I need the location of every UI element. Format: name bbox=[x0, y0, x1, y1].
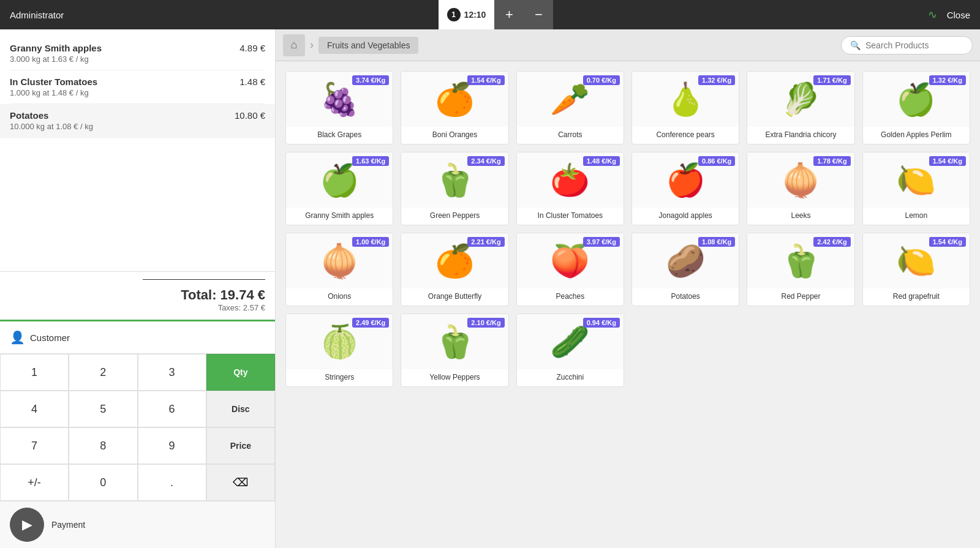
product-emoji: 🍑 bbox=[550, 242, 590, 280]
product-card[interactable]: 🍋 1.54 €/Kg Lemon bbox=[862, 152, 970, 225]
product-card[interactable]: 🫑 2.10 €/Kg Yellow Peppers bbox=[401, 313, 508, 387]
product-name: Peaches bbox=[553, 288, 587, 301]
product-card[interactable]: 🥕 0.70 €/Kg Carrots bbox=[516, 71, 624, 145]
price-badge: 1.54 €/Kg bbox=[467, 75, 504, 85]
home-button[interactable]: ⌂ bbox=[283, 34, 305, 56]
customer-button[interactable]: 👤 Customer bbox=[0, 321, 275, 353]
product-card[interactable]: 🍏 1.63 €/Kg Granny Smith apples bbox=[285, 152, 393, 225]
product-card[interactable]: 🥬 1.71 €/Kg Extra Flandria chicory bbox=[747, 71, 854, 145]
num-4-button[interactable]: 4 bbox=[0, 391, 69, 427]
price-badge: 3.97 €/Kg bbox=[583, 237, 620, 247]
product-card[interactable]: 🍊 2.21 €/Kg Orange Butterfly bbox=[401, 233, 508, 306]
product-card[interactable]: 🥒 0.94 €/Kg Zucchini bbox=[516, 313, 624, 387]
product-card[interactable]: 🍑 3.97 €/Kg Peaches bbox=[516, 233, 624, 306]
total-divider bbox=[143, 279, 265, 285]
product-name: Yellow Peppers bbox=[427, 369, 482, 381]
order-item[interactable]: In Cluster Tomatoes 1.48 € 1.000 kg at 1… bbox=[10, 70, 265, 104]
order-item-name: In Cluster Tomatoes bbox=[10, 77, 97, 87]
product-card[interactable]: 🫑 2.34 €/Kg Green Peppers bbox=[401, 152, 508, 225]
price-badge: 1.08 €/Kg bbox=[698, 237, 735, 247]
product-name: Extra Flandria chicory bbox=[763, 127, 839, 139]
search-box[interactable]: 🔍 bbox=[841, 36, 973, 54]
product-name: Stringers bbox=[322, 369, 356, 381]
product-name: Zucchini bbox=[554, 369, 586, 381]
order-badge: 1 bbox=[447, 8, 461, 21]
num-8-button[interactable]: 8 bbox=[69, 427, 137, 464]
product-emoji: 🍐 bbox=[666, 81, 706, 118]
product-emoji: 🍅 bbox=[550, 162, 590, 199]
tax-amount: Taxes: 2.57 € bbox=[10, 303, 265, 312]
price-badge: 1.00 €/Kg bbox=[352, 237, 389, 247]
price-badge: 2.49 €/Kg bbox=[352, 318, 389, 328]
close-button[interactable]: Close bbox=[947, 10, 970, 20]
product-emoji: 🍋 bbox=[896, 242, 936, 280]
plusminus-button[interactable]: +/- bbox=[0, 464, 69, 501]
price-badge: 1.78 €/Kg bbox=[813, 156, 850, 166]
payment-button[interactable]: ▶ bbox=[10, 508, 44, 542]
product-emoji: 🍏 bbox=[320, 162, 360, 199]
price-badge: 0.70 €/Kg bbox=[583, 75, 620, 85]
order-item[interactable]: Granny Smith apples 4.89 € 3.000 kg at 1… bbox=[10, 37, 265, 70]
product-emoji: 🧅 bbox=[320, 242, 360, 280]
order-tab[interactable]: 1 12:10 bbox=[439, 0, 495, 29]
product-card[interactable]: 🍇 3.74 €/Kg Black Grapes bbox=[285, 71, 393, 145]
product-name: Green Peppers bbox=[428, 208, 482, 220]
product-name: Potatoes bbox=[668, 288, 702, 301]
price-badge: 1.32 €/Kg bbox=[698, 75, 735, 85]
backspace-button[interactable]: ⌫ bbox=[206, 464, 275, 501]
wifi-icon: ∿ bbox=[928, 8, 937, 21]
product-name: Jonagold apples bbox=[656, 208, 714, 220]
product-card[interactable]: 🧅 1.00 €/Kg Onions bbox=[285, 233, 393, 306]
main-layout: Granny Smith apples 4.89 € 3.000 kg at 1… bbox=[0, 29, 980, 548]
product-name: Red Pepper bbox=[778, 288, 823, 301]
product-card[interactable]: 🍈 2.49 €/Kg Stringers bbox=[285, 313, 393, 387]
order-item-name: Potatoes bbox=[10, 110, 48, 121]
num-5-button[interactable]: 5 bbox=[69, 391, 137, 427]
total-section: Total: 19.74 € Taxes: 2.57 € bbox=[0, 271, 275, 320]
product-card[interactable]: 🍎 0.86 €/Kg Jonagold apples bbox=[631, 152, 739, 225]
add-order-button[interactable]: + bbox=[494, 0, 524, 29]
payment-label: Payment bbox=[51, 520, 85, 530]
remove-order-button[interactable]: − bbox=[524, 0, 553, 29]
product-name: Lemon bbox=[902, 208, 930, 220]
breadcrumb-category[interactable]: Fruits and Vegetables bbox=[318, 37, 418, 54]
person-icon: 👤 bbox=[10, 330, 25, 345]
product-card[interactable]: 🧅 1.78 €/Kg Leeks bbox=[747, 152, 854, 225]
home-icon: ⌂ bbox=[291, 39, 298, 51]
product-name: Red grapefruit bbox=[891, 288, 942, 301]
product-emoji: 🍎 bbox=[666, 162, 706, 199]
admin-label: Administrator bbox=[10, 10, 64, 20]
product-name: Boni Oranges bbox=[430, 127, 480, 139]
num-3-button[interactable]: 3 bbox=[138, 354, 206, 391]
num-7-button[interactable]: 7 bbox=[0, 427, 69, 464]
taxes-label: Taxes: bbox=[218, 303, 241, 312]
product-emoji: 🫑 bbox=[435, 162, 475, 199]
price-badge: 1.71 €/Kg bbox=[813, 75, 850, 85]
qty-button[interactable]: Qty bbox=[206, 354, 275, 391]
breadcrumb-bar: ⌂ › Fruits and Vegetables 🔍 bbox=[276, 29, 980, 61]
product-card[interactable]: 🍏 1.32 €/Kg Golden Apples Perlim bbox=[862, 71, 970, 145]
search-input[interactable] bbox=[865, 40, 963, 50]
product-emoji: 🍏 bbox=[896, 81, 936, 118]
num-6-button[interactable]: 6 bbox=[138, 391, 206, 427]
product-card[interactable]: 🫑 2.42 €/Kg Red Pepper bbox=[747, 233, 854, 306]
price-button[interactable]: Price bbox=[206, 427, 275, 464]
num-0-button[interactable]: 0 bbox=[69, 464, 137, 501]
product-card[interactable]: 🍋 1.54 €/Kg Red grapefruit bbox=[862, 233, 970, 306]
price-badge: 1.63 €/Kg bbox=[352, 156, 389, 166]
num-2-button[interactable]: 2 bbox=[69, 354, 137, 391]
num-1-button[interactable]: 1 bbox=[0, 354, 69, 391]
price-badge: 0.86 €/Kg bbox=[698, 156, 735, 166]
product-card[interactable]: 🥔 1.08 €/Kg Potatoes bbox=[631, 233, 739, 306]
search-icon: 🔍 bbox=[850, 40, 861, 50]
disc-button[interactable]: Disc bbox=[206, 391, 275, 427]
price-badge: 2.34 €/Kg bbox=[467, 156, 504, 166]
right-controls: ∿ Close bbox=[928, 8, 970, 21]
order-item[interactable]: Potatoes 10.80 € 10.000 kg at 1.08 € / k… bbox=[0, 104, 275, 138]
num-9-button[interactable]: 9 bbox=[138, 427, 206, 464]
topbar: Administrator 1 12:10 + − ∿ Close bbox=[0, 0, 980, 29]
product-card[interactable]: 🍊 1.54 €/Kg Boni Oranges bbox=[401, 71, 508, 145]
product-card[interactable]: 🍅 1.48 €/Kg In Cluster Tomatoes bbox=[516, 152, 624, 225]
dot-button[interactable]: . bbox=[138, 464, 206, 501]
product-card[interactable]: 🍐 1.32 €/Kg Conference pears bbox=[631, 71, 739, 145]
